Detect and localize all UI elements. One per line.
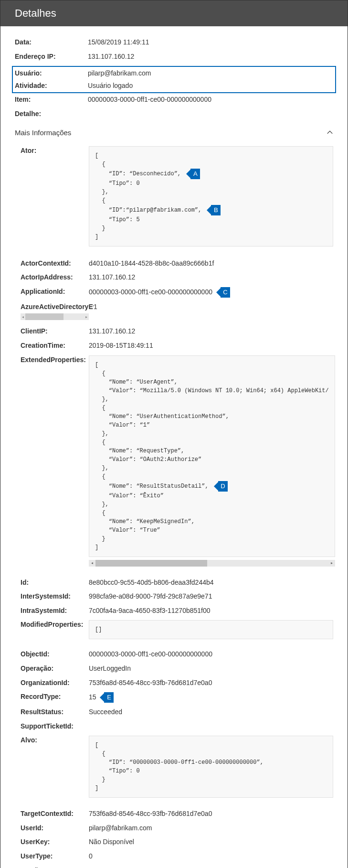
label-user: Usuário: xyxy=(15,69,88,78)
scroll-left-icon[interactable]: ◂ xyxy=(89,560,95,567)
callout-c: C xyxy=(216,287,230,298)
label-id: Id: xyxy=(21,578,89,588)
value-actor-ip: 131.107.160.12 xyxy=(89,273,333,282)
label-scrollbar[interactable]: ◂ ▸ xyxy=(21,313,89,320)
value-object-id: 00000003-0000-0ff1-ce00-000000000000 xyxy=(89,650,333,659)
row-usertype: UserType: 0 xyxy=(21,852,333,861)
row-extended-props: ExtendedProperties: [ { “Nome”: “UserAge… xyxy=(21,355,333,567)
value-target-context: 753f6a8d-8546-48cc-93fb-76d681d7e0a0 xyxy=(89,809,333,819)
value-client-ip: 131.107.160.12 xyxy=(89,327,333,336)
row-org-id: OrganizationId: 753f6a8d-8546-48cc-93fb-… xyxy=(21,678,333,688)
details-panel: Detalhes Data: 15/08/2019 11:49:11 Ender… xyxy=(0,0,348,868)
codebox-modified-props[interactable]: [] xyxy=(89,620,333,639)
label-intersystems: InterSystemsId: xyxy=(21,592,89,601)
label-modified-props: ModifiedProperties: xyxy=(21,620,89,630)
panel-body: Data: 15/08/2019 11:49:11 Endereço IP: 1… xyxy=(0,26,348,868)
row-activity: Atividade: Usuário logado xyxy=(15,81,333,91)
more-info-toggle[interactable]: Mais Informações xyxy=(15,129,333,137)
label-userkey: UserKey: xyxy=(21,837,89,847)
row-detail: Detalhe: xyxy=(15,109,333,119)
row-aad-event: AzureActiveDirectoryEve 1 xyxy=(21,302,333,312)
callout-b: B xyxy=(207,205,221,215)
row-data: Data: 15/08/2019 11:49:11 xyxy=(15,38,333,47)
row-actor-ip: ActorIpAddress: 131.107.160.12 xyxy=(21,273,333,282)
scroll-track[interactable] xyxy=(25,313,84,320)
scroll-thumb[interactable] xyxy=(25,313,63,320)
row-versao: Versão: 1 xyxy=(21,866,333,868)
row-intersystems: InterSystemsId: 998cfa9e-a08d-9000-79fd-… xyxy=(21,592,333,601)
value-intrasystem: 7c00fa4a-9aca-4650-83f3-11270b851f00 xyxy=(89,606,333,616)
row-object-id: ObjectId: 00000003-0000-0ff1-ce00-000000… xyxy=(21,650,333,659)
label-result-status: ResultStatus: xyxy=(21,707,89,717)
row-application-id: ApplicationId: 00000003-0000-0ff1-ce00-0… xyxy=(21,287,333,298)
label-item: Item: xyxy=(15,95,88,105)
label-ator: Ator: xyxy=(21,146,89,156)
label-data: Data: xyxy=(15,38,88,47)
row-record-type: RecordType: 15 E xyxy=(21,692,333,703)
value-usertype: 0 xyxy=(89,852,333,861)
label-org-id: OrganizationId: xyxy=(21,678,89,688)
chevron-up-icon xyxy=(327,129,333,136)
label-actor-context-id: ActorContextId: xyxy=(21,259,89,268)
codebox-alvo[interactable]: [ { “ID”: “00000003-0000-0ff1-ce00-00000… xyxy=(89,736,333,798)
scroll-right-icon[interactable]: ▸ xyxy=(84,313,89,320)
value-data: 15/08/2019 11:49:11 xyxy=(88,38,333,47)
value-application-id: 00000003-0000-0ff1-ce00-000000000000 C xyxy=(89,287,333,298)
label-client-ip: ClientIP: xyxy=(21,327,89,336)
value-creation-time: 2019-08-15T18:49:11 xyxy=(89,341,333,351)
label-extended-props: ExtendedProperties: xyxy=(21,355,89,365)
panel-title: Detalhes xyxy=(15,7,56,19)
scroll-track[interactable] xyxy=(95,560,328,567)
value-userid: pilarp@fabrikam.com xyxy=(89,824,333,833)
scroll-right-icon[interactable]: ▸ xyxy=(328,560,335,567)
row-intrasystem: IntraSystemId: 7c00fa4a-9aca-4650-83f3-1… xyxy=(21,606,333,616)
codebox-ext-wrap: [ { “Nome”: “UserAgent”, “Valor”: “Mozil… xyxy=(89,355,335,567)
row-userid: UserId: pilarp@fabrikam.com xyxy=(21,824,333,833)
row-ip: Endereço IP: 131.107.160.12 xyxy=(15,52,333,62)
value-activity: Usuário logado xyxy=(88,81,333,91)
ext-scrollbar[interactable]: ◂▸ xyxy=(89,560,335,567)
label-support-ticket: SupportTicketId: xyxy=(21,722,89,731)
label-object-id: ObjectId: xyxy=(21,650,89,659)
row-item: Item: 00000003-0000-0ff1-ce00-0000000000… xyxy=(15,95,333,105)
label-detail: Detalhe: xyxy=(15,109,88,119)
value-userkey: Não Disponível xyxy=(89,837,333,847)
value-id: 8e80bcc0-9c55-40d5-b806-deaa3fd244b4 xyxy=(89,578,333,588)
row-client-ip: ClientIP: 131.107.160.12 xyxy=(21,327,333,336)
more-info-section: Ator: [ { “ID”: “Desconhecido”, A “Tipo”… xyxy=(15,146,333,868)
value-org-id: 753f6a8d-8546-48cc-93fb-76d681d7e0a0 xyxy=(89,678,333,688)
row-modified-props: ModifiedProperties: [] xyxy=(21,620,333,639)
callout-a: A xyxy=(186,169,200,179)
row-creation-time: CreationTime: 2019-08-15T18:49:11 xyxy=(21,341,333,351)
label-operacao: Operação: xyxy=(21,664,89,674)
value-aad-event: 1 xyxy=(94,302,333,312)
scroll-left-icon[interactable]: ◂ xyxy=(21,313,25,320)
row-userkey: UserKey: Não Disponível xyxy=(21,837,333,847)
panel-header: Detalhes xyxy=(0,0,348,26)
label-application-id: ApplicationId: xyxy=(21,287,89,297)
label-alvo: Alvo: xyxy=(21,736,89,745)
value-ip: 131.107.160.12 xyxy=(88,52,333,62)
codebox-ator[interactable]: [ { “ID”: “Desconhecido”, A “Tipo”: 0 },… xyxy=(89,146,333,246)
row-id: Id: 8e80bcc0-9c55-40d5-b806-deaa3fd244b4 xyxy=(21,578,333,588)
label-creation-time: CreationTime: xyxy=(21,341,89,351)
value-item: 00000003-0000-0ff1-ce00-000000000000 xyxy=(88,95,333,105)
value-actor-context-id: d4010a10-1844-4528-8b8c-0aa89c666b1f xyxy=(89,259,333,268)
codebox-extended-props[interactable]: [ { “Nome”: “UserAgent”, “Valor”: “Mozil… xyxy=(89,355,335,557)
row-target-context: TargetContextId: 753f6a8d-8546-48cc-93fb… xyxy=(21,809,333,819)
callout-d: D xyxy=(214,481,228,492)
row-ator: Ator: [ { “ID”: “Desconhecido”, A “Tipo”… xyxy=(21,146,333,246)
value-record-type: 15 E xyxy=(89,692,333,703)
scroll-thumb[interactable] xyxy=(95,560,207,567)
row-alvo: Alvo: [ { “ID”: “00000003-0000-0ff1-ce00… xyxy=(21,736,333,798)
more-info-label: Mais Informações xyxy=(15,129,71,137)
row-support-ticket: SupportTicketId: xyxy=(21,722,333,731)
row-user: Usuário: pilarp@fabrikam.com xyxy=(15,69,333,78)
row-result-status: ResultStatus: Succeeded xyxy=(21,707,333,717)
label-usertype: UserType: xyxy=(21,852,89,861)
label-userid: UserId: xyxy=(21,824,89,833)
value-operacao: UserLoggedIn xyxy=(89,664,333,674)
value-intersystems: 998cfa9e-a08d-9000-79fd-29c87a9e9e71 xyxy=(89,592,333,601)
row-actor-context-id: ActorContextId: d4010a10-1844-4528-8b8c-… xyxy=(21,259,333,268)
label-intrasystem: IntraSystemId: xyxy=(21,606,89,616)
